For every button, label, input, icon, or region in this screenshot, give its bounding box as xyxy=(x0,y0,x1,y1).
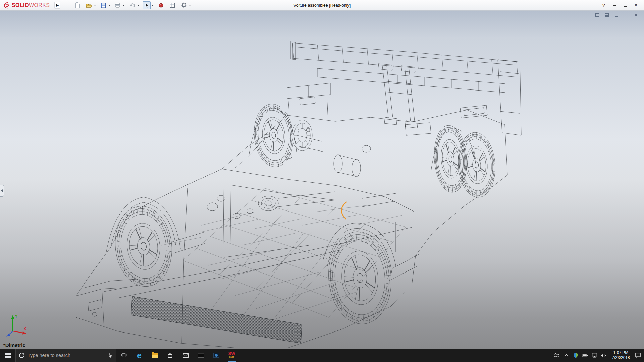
open-button[interactable] xyxy=(85,1,93,9)
people-button[interactable] xyxy=(552,349,561,362)
gear-icon xyxy=(181,2,187,8)
undo-icon xyxy=(129,3,135,8)
solidworks-taskbar-button[interactable]: SW 2017 xyxy=(224,349,239,362)
save-button[interactable] xyxy=(99,1,107,9)
windows-taskbar: e SW 2017 xyxy=(0,349,644,362)
app-blue-button[interactable] xyxy=(209,349,224,362)
save-icon xyxy=(101,3,106,8)
open-icon xyxy=(86,3,92,8)
minimize-icon xyxy=(613,5,616,6)
mail-button[interactable] xyxy=(178,349,193,362)
action-center-button[interactable] xyxy=(633,349,643,362)
feature-manager-collapsed-tab[interactable] xyxy=(0,185,4,197)
print-dropdown[interactable] xyxy=(123,5,125,6)
windows-logo-icon xyxy=(5,353,11,358)
task-view-icon xyxy=(121,353,127,358)
view-orientation-label: *Dimetric xyxy=(3,342,25,348)
document-title: Voiture assomblee [Read-only] xyxy=(293,3,351,8)
doc-minimize-icon xyxy=(615,16,618,17)
select-dropdown[interactable] xyxy=(152,5,154,6)
search-input[interactable] xyxy=(28,353,105,358)
panel-icon xyxy=(595,13,599,17)
app-dark-window-button[interactable] xyxy=(193,349,209,362)
restore-icon xyxy=(624,4,627,7)
new-document-icon xyxy=(75,2,80,8)
toolbar-flyout-button[interactable]: ▶ xyxy=(54,2,60,9)
undo-button[interactable] xyxy=(128,1,136,9)
ds-logo-icon xyxy=(3,2,10,9)
store-button[interactable] xyxy=(162,349,178,362)
panel-bottom-icon xyxy=(605,13,609,17)
app-dark-window-icon xyxy=(198,353,204,358)
chevron-left-icon xyxy=(1,189,3,192)
start-button[interactable] xyxy=(0,349,15,362)
app-blue-icon xyxy=(213,353,219,358)
app-name: SOLIDWORKS xyxy=(12,2,50,8)
options-button[interactable] xyxy=(180,1,188,9)
battery-icon xyxy=(582,354,588,357)
defender-shield-icon xyxy=(573,353,578,358)
undo-dropdown[interactable] xyxy=(137,5,139,6)
sheet-format-button[interactable] xyxy=(168,1,176,9)
axis-x-label: X xyxy=(24,327,26,331)
red-sphere-icon xyxy=(158,3,164,8)
sheet-grid-icon xyxy=(170,3,175,8)
microphone-icon[interactable] xyxy=(108,353,112,358)
store-bag-icon xyxy=(167,353,173,358)
doc-minimize-button[interactable] xyxy=(614,13,619,17)
help-button[interactable]: ? xyxy=(598,1,609,10)
network-icon xyxy=(592,353,597,358)
minimize-button[interactable] xyxy=(609,1,620,10)
doc-restore-button[interactable] xyxy=(624,13,629,17)
orientation-triad: Y X xyxy=(3,312,31,341)
print-icon xyxy=(115,3,121,8)
appearance-button[interactable] xyxy=(157,1,165,9)
maximize-restore-button[interactable] xyxy=(620,1,631,10)
open-dropdown[interactable] xyxy=(94,5,96,6)
print-button[interactable] xyxy=(114,1,122,9)
volume-button[interactable] xyxy=(599,349,608,362)
axis-y-label: Y xyxy=(15,315,17,318)
panel-toggle-button[interactable] xyxy=(594,13,600,17)
document-window-controls: × xyxy=(594,13,639,17)
options-dropdown[interactable] xyxy=(189,5,191,6)
defender-button[interactable] xyxy=(571,349,580,362)
main-toolbar xyxy=(72,1,193,9)
system-tray: 1:07 PM 7/23/2018 xyxy=(552,349,644,362)
edge-button[interactable]: e xyxy=(131,349,147,362)
volume-muted-icon xyxy=(601,353,607,358)
doc-restore-icon xyxy=(625,14,628,16)
chevron-up-icon xyxy=(565,354,568,358)
panel-toggle-2-button[interactable] xyxy=(604,13,609,17)
window-controls: ? × xyxy=(598,1,644,10)
new-document-button[interactable] xyxy=(73,1,82,9)
task-view-button[interactable] xyxy=(116,349,131,362)
cortana-icon[interactable] xyxy=(19,353,24,358)
titlebar: SOLIDWORKS ▶ xyxy=(0,0,644,11)
select-arrow-icon xyxy=(144,2,149,8)
clock-time: 1:07 PM xyxy=(608,350,633,355)
battery-button[interactable] xyxy=(580,349,590,362)
wireframe-car-model[interactable] xyxy=(0,11,644,349)
taskbar-search[interactable] xyxy=(15,349,116,362)
network-button[interactable] xyxy=(590,349,599,362)
action-center-icon xyxy=(635,353,641,358)
save-dropdown[interactable] xyxy=(108,5,110,6)
mail-envelope-icon xyxy=(183,353,189,358)
taskbar-clock[interactable]: 1:07 PM 7/23/2018 xyxy=(608,350,633,360)
doc-close-button[interactable]: × xyxy=(633,13,639,17)
edge-icon: e xyxy=(137,351,142,360)
select-tool-button[interactable] xyxy=(143,1,151,9)
close-button[interactable]: × xyxy=(631,1,641,10)
solidworks-2017-icon: SW 2017 xyxy=(228,352,235,359)
clock-date: 7/23/2018 xyxy=(608,355,633,360)
tray-expand-button[interactable] xyxy=(561,349,571,362)
solidworks-logo: SOLIDWORKS xyxy=(0,2,50,9)
graphics-viewport[interactable]: × Y X *Dimetric xyxy=(0,11,644,349)
people-icon xyxy=(554,353,560,358)
file-explorer-icon xyxy=(152,353,158,358)
file-explorer-button[interactable] xyxy=(147,349,162,362)
